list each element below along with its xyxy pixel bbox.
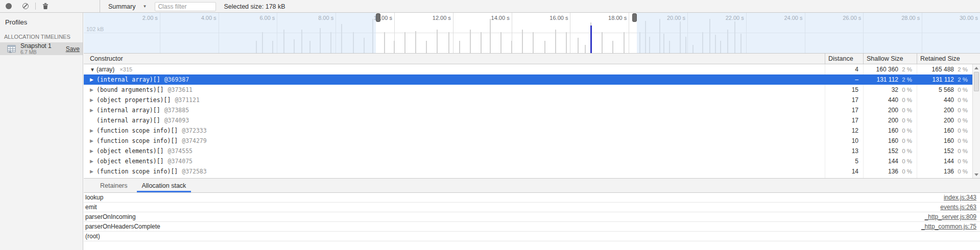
stack-function-name: parserOnIncoming [85,213,136,220]
allocation-bar [448,32,449,53]
stack-function-name: parserOnHeadersComplete [85,223,160,230]
object-id: @374075 [168,158,193,165]
shallow-size-cell: 4400 % [863,95,917,105]
toolbar: Summary ▼ Selected size: 178 kB [0,0,980,13]
object-id: @373885 [164,107,189,114]
table-row[interactable]: ▶(object elements)[]@374555131520 %1520 … [84,146,972,156]
scrollbar-thumb[interactable] [974,72,979,91]
expand-arrow-icon[interactable]: ▶ [90,77,97,82]
shallow-size-value: 131 112 [877,76,899,83]
table-row[interactable]: ▼(array)×3154160 3602 %165 4882 % [84,64,972,74]
table-row[interactable]: ▶(function scope info)[]@374279101600 %1… [84,136,972,146]
source-location-link[interactable]: _http_common.js:75 [921,223,976,230]
allocation-bar [384,32,385,53]
class-filter-input[interactable] [155,2,216,11]
retained-size-cell: 5 5680 % [917,85,972,95]
expand-arrow-icon[interactable]: ▼ [90,67,97,72]
shallow-size-cell: 1360 % [863,177,917,179]
constructor-cell: ▶(bound arguments)[]@373611 [84,86,825,93]
shallow-size-cell: 1440 % [863,156,917,166]
grid-scrollbar[interactable] [972,64,980,178]
table-row[interactable]: ▶(function scope info)[]@372583141360 %1… [84,166,972,177]
expand-arrow-icon[interactable]: ▶ [90,169,97,174]
table-row[interactable]: ▶(internal array)[]@369387–131 1122 %131… [84,74,972,85]
selection-handle-left[interactable] [376,13,380,22]
scroll-up-arrow[interactable] [973,65,980,71]
table-row[interactable]: ▶(function scope info)[]@373101131360 %1… [84,177,972,179]
retained-size-cell: 2000 % [917,115,972,126]
perspective-select[interactable]: Summary ▼ [108,3,147,10]
table-row[interactable]: ▶(object elements)[]@37407551440 %1440 % [84,156,972,166]
column-header-constructor[interactable]: Constructor [84,55,825,62]
shallow-size-percent: 0 % [898,138,917,144]
constructor-cell: ▶(object elements)[]@374075 [84,158,825,165]
profiles-heading: Profiles [0,13,83,26]
distance-cell: 15 [825,85,863,95]
allocation-bar [585,45,586,53]
allocation-bar [602,32,603,53]
shallow-size-percent: 0 % [898,128,917,134]
constructor-cell: ▶(internal array)[]@373885 [84,107,825,114]
distance-cell: 12 [825,126,863,136]
expand-arrow-icon[interactable]: ▶ [90,148,97,154]
retained-size-value: 160 [944,127,954,134]
distance-cell: 17 [825,105,863,115]
retained-size-cell: 165 4882 % [917,64,972,74]
selection-handle-right[interactable] [632,13,637,22]
shallow-size-percent: 0 % [898,117,917,123]
expand-arrow-icon[interactable]: ▶ [90,159,97,164]
allocation-bar [533,32,534,53]
allocation-bar [612,41,613,53]
constructor-cell: ▶(function scope info)[]@372333 [84,127,825,134]
table-row[interactable]: ▶(bound arguments)[]@37361115320 %5 5680… [84,85,972,95]
shallow-size-cell: 1600 % [863,136,917,146]
stack-frame-row: parserOnHeadersComplete_http_common.js:7… [84,222,980,232]
retained-size-cell: 4400 % [917,95,972,105]
table-row[interactable]: ▶(object properties)[]@371121174400 %440… [84,95,972,105]
constructor-cell: (internal array)[]@374093 [84,117,825,124]
stack-frame-row: lookupindex.js:343 [84,193,980,203]
sidebar-item-snapshot-1[interactable]: % Snapshot 1 6.7 MB Save [0,42,83,55]
expand-arrow-icon[interactable]: ▶ [90,138,97,143]
tab-allocation-stack[interactable]: Allocation stack [135,179,194,192]
retained-size-value: 200 [944,117,954,124]
scroll-down-arrow[interactable] [973,171,980,178]
expand-arrow-icon[interactable]: ▶ [90,97,97,103]
expand-arrow-icon[interactable]: ▶ [90,108,97,113]
allocation-bar [500,32,501,53]
source-location-link[interactable]: index.js:343 [944,194,976,201]
shallow-size-cell: 1520 % [863,146,917,156]
stack-frame-row: (root) [84,232,980,241]
retained-size-cell: 1440 % [917,156,972,166]
constructor-name: (array) [97,66,114,73]
allocation-bar [426,41,427,53]
save-snapshot-link[interactable]: Save [66,45,80,53]
tab-retainers[interactable]: Retainers [93,179,135,192]
table-row[interactable]: ▶(internal array)[]@373885172000 %2000 % [84,105,972,115]
column-header-distance[interactable]: Distance [825,54,863,64]
constructor-cell: ▶(function scope info)[]@374279 [84,137,825,144]
object-id: @374555 [168,147,193,155]
shallow-size-value: 32 [892,86,898,93]
clear-profiles-button[interactable] [19,0,32,12]
constructor-cell: ▶(internal array)[]@369387 [84,76,825,83]
allocation-bar [490,19,491,53]
constructor-name: (object properties)[] [97,96,171,104]
allocation-timeline-chart[interactable]: 102 kB 2.00 s4.00 s6.00 s8.00 s10.00 s12… [84,13,980,54]
source-location-link[interactable]: _http_server.js:809 [925,213,976,220]
column-header-shallow-size[interactable]: Shallow Size [863,54,917,64]
column-header-retained-size[interactable]: Retained Size [917,54,980,64]
record-heap-button[interactable] [3,0,15,12]
allocation-timelines-section-label: ALLOCATION TIMELINES [0,34,83,40]
object-id: @374093 [164,117,189,124]
source-location-link[interactable]: events.js:263 [940,204,976,211]
table-row[interactable]: (internal array)[]@374093172000 %2000 % [84,115,972,126]
shallow-size-cell: 320 % [863,85,917,95]
object-id: @372333 [182,127,206,134]
delete-profile-button[interactable] [39,0,52,12]
table-row[interactable]: ▶(function scope info)[]@372333121600 %1… [84,126,972,136]
expand-arrow-icon[interactable]: ▶ [90,128,97,133]
expand-arrow-icon[interactable]: ▶ [90,87,97,92]
svg-text:%: % [9,50,12,53]
record-icon [6,3,12,9]
